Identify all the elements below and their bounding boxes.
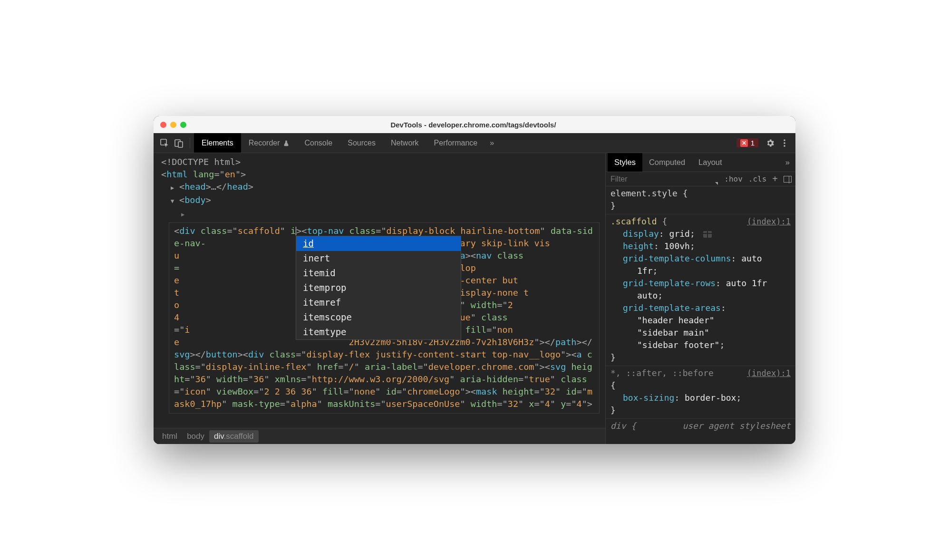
autocomplete-option[interactable]: itemref [296,295,461,310]
tab-sources[interactable]: Sources [340,133,383,153]
doctype-node[interactable]: <!DOCTYPE html> [161,157,241,167]
settings-icon[interactable] [763,136,777,150]
toolbar-divider [190,138,190,148]
svg-point-5 [784,145,785,147]
error-count-badge[interactable]: ✕ 1 [736,138,758,147]
sidebar-tabs: Styles Computed Layout » [606,153,795,172]
zoom-window-button[interactable] [180,122,186,128]
titlebar: DevTools - developer.chrome.com/tags/dev… [154,116,795,133]
styles-filter-input[interactable] [610,174,652,184]
autocomplete-option[interactable]: itemid [296,266,461,280]
inspect-icon[interactable] [157,136,172,150]
window-title: DevTools - developer.chrome.com/tags/dev… [186,121,760,129]
elements-panel: <!DOCTYPE html> <html lang="en"> ▶<head>… [154,153,605,444]
rule-source-link[interactable]: (index):1 [747,367,791,379]
sidebar-tab-styles[interactable]: Styles [608,153,642,172]
new-style-rule-icon[interactable]: + [772,174,778,184]
style-rule[interactable]: *, ::after, ::before (index):1 { box-siz… [606,366,795,419]
breadcrumb-item[interactable]: html [157,430,182,443]
body-node[interactable]: ▼<body> [156,194,602,207]
kebab-menu-icon[interactable] [777,136,792,150]
more-tabs-icon[interactable]: » [485,139,499,147]
more-sidebar-tabs-icon[interactable]: » [785,158,794,167]
style-rule[interactable]: .scaffold { (index):1 display: grid; hei… [606,214,795,366]
autocomplete-option[interactable]: inert [296,251,461,266]
autocomplete-option[interactable]: itemtype [296,325,461,339]
main-toolbar: Elements Recorder Console Sources Networ… [154,133,795,153]
close-window-button[interactable] [160,122,166,128]
editing-attribute[interactable]: i [291,226,296,236]
selected-dom-node[interactable]: <div class="scaffold" i><top-nav class="… [169,222,600,414]
breadcrumb-item-selected[interactable]: div.scaffold [209,430,259,443]
autocomplete-option[interactable]: id [296,236,461,251]
sidebar-tab-computed[interactable]: Computed [642,153,692,172]
rule-source-link[interactable]: (index):1 [747,215,791,228]
svg-point-4 [784,142,785,144]
window-controls [160,122,186,128]
breadcrumb: html body div.scaffold [154,428,605,444]
error-count: 1 [751,139,755,147]
svg-point-3 [784,139,785,141]
panel-tabs: Elements Recorder Console Sources Networ… [194,133,499,153]
styles-filter-bar: :hov .cls + [606,172,795,186]
ua-style-rule[interactable]: div { user agent stylesheet [606,419,795,434]
device-toggle-icon[interactable] [172,136,186,150]
tab-elements[interactable]: Elements [194,133,241,153]
svg-rect-2 [178,142,183,147]
flask-icon [283,140,290,146]
sidebar-tab-layout[interactable]: Layout [692,153,729,172]
autocomplete-option[interactable]: itemprop [296,280,461,295]
tab-performance[interactable]: Performance [426,133,485,153]
tab-recorder[interactable]: Recorder [241,133,297,153]
breadcrumb-item[interactable]: body [182,430,209,443]
tab-network[interactable]: Network [383,133,426,153]
error-icon: ✕ [740,139,748,147]
dom-tree[interactable]: <!DOCTYPE html> <html lang="en"> ▶<head>… [154,153,605,428]
computed-styles-toggle-icon[interactable] [784,176,792,183]
styles-sidebar: Styles Computed Layout » :hov .cls + [605,153,795,444]
style-rules: element.style { } .scaffold { (index):1 … [606,186,795,444]
ua-stylesheet-label: user agent stylesheet [682,420,791,432]
workarea: <!DOCTYPE html> <html lang="en"> ▶<head>… [154,153,795,444]
element-style-rule[interactable]: element.style { } [606,186,795,214]
devtools-window: DevTools - developer.chrome.com/tags/dev… [154,116,795,444]
head-node[interactable]: ▶<head>…</head> [156,181,602,194]
minimize-window-button[interactable] [170,122,176,128]
cls-toggle[interactable]: .cls [748,174,767,183]
attribute-autocomplete: id inert itemid itemprop itemref itemsco… [296,236,461,340]
tab-console[interactable]: Console [297,133,340,153]
hov-toggle[interactable]: :hov [724,174,743,183]
autocomplete-option[interactable]: itemscope [296,310,461,325]
grid-badge-icon[interactable] [703,231,712,238]
